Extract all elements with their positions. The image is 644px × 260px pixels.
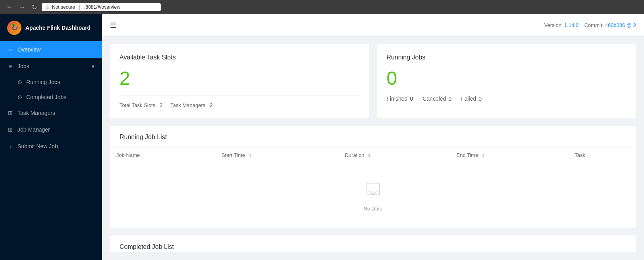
- app-container: 🦆 Apache Flink Dashboard ○ Overview ≡ Jo…: [0, 14, 644, 260]
- empty-inbox-icon: [364, 179, 383, 203]
- running-jobs-stats: Finished 0 Canceled 0 Failed 0: [387, 96, 627, 102]
- url-display: :8081/#/overview: [84, 4, 120, 10]
- browser-chrome: ← → ↻ ⚠ Not secure | :8081/#/overview: [0, 0, 644, 14]
- completed-job-list-card: Completed Job List: [110, 235, 636, 252]
- end-time-sort-icon: ⇅: [481, 153, 484, 158]
- sidebar-item-running-jobs-label: Running Jobs: [26, 79, 60, 85]
- task-managers-icon: ⊞: [7, 110, 13, 116]
- running-job-list-card: Running Job List Job Name Start Time ⇅: [110, 126, 636, 228]
- running-jobs-card: Running Jobs 0 Finished 0 Canceled 0 Fai…: [377, 44, 636, 118]
- cards-row: Available Task Slots 2 Total Task Slots …: [110, 44, 636, 118]
- canceled-value: 0: [448, 96, 451, 102]
- overview-icon: ○: [7, 46, 13, 53]
- content-area: Available Task Slots 2 Total Task Slots …: [102, 36, 644, 260]
- commit-value: 460b386 @ 2: [605, 22, 636, 28]
- version-value: 1.14.0: [564, 22, 578, 28]
- sidebar-header: 🦆 Apache Flink Dashboard: [0, 14, 102, 41]
- start-time-sort-icon: ⇅: [248, 153, 251, 158]
- jobs-icon: ≡: [7, 63, 13, 69]
- running-job-list-table: Job Name Start Time ⇅ Duration ⇅: [110, 147, 636, 163]
- canceled-label: Canceled: [422, 96, 446, 102]
- app-title: Apache Flink Dashboard: [25, 24, 91, 31]
- app-logo: 🦆: [7, 21, 21, 35]
- sidebar: 🦆 Apache Flink Dashboard ○ Overview ≡ Jo…: [0, 14, 102, 260]
- total-task-slots-label: Total Task Slots 2: [120, 102, 162, 108]
- back-button[interactable]: ←: [5, 3, 14, 11]
- running-jobs-value: 0: [387, 67, 627, 89]
- task-slots-meta: Total Task Slots 2 Task Managers 2: [120, 102, 360, 108]
- col-end-time[interactable]: End Time ⇅: [450, 147, 569, 163]
- top-bar: ☰ Version: 1.14.0 Commit: 460b386 @ 2: [102, 14, 644, 36]
- sidebar-item-jobs-label: Jobs: [17, 63, 29, 69]
- main-content: ☰ Version: 1.14.0 Commit: 460b386 @ 2 Av…: [102, 14, 644, 260]
- sidebar-item-submit-new-job-label: Submit New Job: [17, 143, 58, 149]
- failed-stat: Failed 0: [461, 96, 482, 102]
- sidebar-item-running-jobs[interactable]: ⊙ Running Jobs: [0, 75, 102, 90]
- version-label: Version:: [544, 22, 563, 28]
- failed-label: Failed: [461, 96, 476, 102]
- col-tasks: Task: [568, 147, 636, 163]
- duration-sort-icon: ⇅: [367, 153, 370, 158]
- running-jobs-icon: ⊙: [17, 79, 22, 85]
- finished-value: 0: [410, 96, 413, 102]
- version-info: Version: 1.14.0 Commit: 460b386 @ 2: [544, 22, 636, 28]
- available-task-slots-value: 2: [120, 67, 360, 89]
- col-duration[interactable]: Duration ⇅: [338, 147, 450, 163]
- submit-job-icon: ↓: [7, 143, 13, 149]
- failed-value: 0: [478, 96, 482, 102]
- sidebar-item-job-manager[interactable]: ⊞ Job Manager: [0, 121, 102, 138]
- forward-button[interactable]: →: [17, 3, 27, 11]
- finished-stat: Finished 0: [387, 96, 413, 102]
- running-job-list-table-wrapper: Job Name Start Time ⇅ Duration ⇅: [110, 147, 636, 228]
- sidebar-item-overview-label: Overview: [17, 46, 40, 53]
- sidebar-item-task-managers[interactable]: ⊞ Task Managers: [0, 105, 102, 121]
- col-start-time[interactable]: Start Time ⇅: [215, 147, 338, 163]
- svg-rect-0: [367, 183, 380, 194]
- sidebar-item-completed-jobs-label: Completed Jobs: [26, 94, 66, 100]
- completed-job-list-title: Completed Job List: [110, 235, 636, 252]
- available-task-slots-card: Available Task Slots 2 Total Task Slots …: [110, 44, 369, 118]
- commit-label: Commit:: [584, 22, 604, 28]
- sidebar-item-completed-jobs[interactable]: ⊙ Completed Jobs: [0, 90, 102, 105]
- sidebar-item-overview[interactable]: ○ Overview: [0, 41, 102, 58]
- security-label: Not secure: [52, 4, 75, 10]
- address-bar[interactable]: ⚠ Not secure | :8081/#/overview: [42, 3, 161, 11]
- security-icon: ⚠: [46, 5, 50, 10]
- running-job-list-empty: No Data: [110, 163, 636, 228]
- running-jobs-card-title: Running Jobs: [387, 54, 627, 61]
- total-task-slots-value: 2: [160, 102, 162, 108]
- completed-jobs-icon: ⊙: [17, 94, 22, 100]
- col-job-name: Job Name: [110, 147, 215, 163]
- running-job-list-empty-text: No Data: [364, 206, 383, 212]
- sidebar-item-task-managers-label: Task Managers: [17, 110, 55, 116]
- sidebar-item-jobs[interactable]: ≡ Jobs ∧: [0, 58, 102, 75]
- task-managers-value: 2: [210, 102, 212, 108]
- sidebar-nav: ○ Overview ≡ Jobs ∧ ⊙ Running Jobs ⊙ Com…: [0, 41, 102, 260]
- canceled-stat: Canceled 0: [422, 96, 451, 102]
- refresh-button[interactable]: ↻: [30, 3, 39, 12]
- available-task-slots-title: Available Task Slots: [120, 54, 360, 61]
- running-job-list-title: Running Job List: [110, 126, 636, 147]
- hamburger-menu[interactable]: ☰: [110, 21, 116, 30]
- finished-label: Finished: [387, 96, 408, 102]
- sidebar-item-submit-new-job[interactable]: ↓ Submit New Job: [0, 138, 102, 155]
- url-text: |: [79, 4, 80, 10]
- chevron-up-icon: ∧: [91, 63, 95, 69]
- job-manager-icon: ⊞: [7, 126, 13, 133]
- task-managers-label: Task Managers 2: [170, 102, 212, 108]
- sidebar-item-job-manager-label: Job Manager: [17, 126, 50, 133]
